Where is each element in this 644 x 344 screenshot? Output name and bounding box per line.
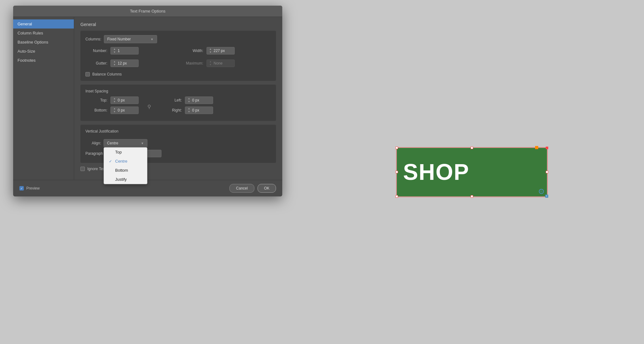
ignore-text-wrap-checkbox[interactable] (80, 167, 85, 171)
sidebar: General Column Rules Baseline Options Au… (13, 17, 74, 180)
spinner-down-icon[interactable]: ▼ (113, 51, 116, 54)
width-row: Width: ▲ ▼ 227 px (181, 47, 271, 55)
sidebar-item-baseline-options[interactable]: Baseline Options (13, 38, 74, 47)
spinner-down-icon[interactable]: ▼ (113, 100, 116, 103)
maximum-spinner[interactable]: ▲ ▼ (209, 60, 212, 66)
align-label: Align: (85, 141, 101, 145)
gutter-input[interactable]: ▲ ▼ 12 px (110, 60, 139, 67)
width-input[interactable]: ▲ ▼ 227 px (207, 47, 235, 55)
left-spinner[interactable]: ▲ ▼ (187, 97, 191, 103)
columns-grid: Number: ▲ ▼ 1 Width: (85, 47, 271, 70)
sidebar-item-footnotes[interactable]: Footnotes (13, 56, 74, 65)
spinner-up-icon[interactable]: ▲ (209, 48, 212, 51)
preview-label: Preview (26, 186, 40, 190)
width-value: 227 px (214, 49, 233, 53)
shop-text-frame[interactable]: SHOP + ⊙ (397, 148, 547, 196)
spinner-up-icon[interactable]: ▲ (113, 97, 116, 100)
inset-spacing-grid: Top: ▲ ▼ 0 px Bottom: (85, 96, 271, 117)
gutter-label: Gutter: (85, 61, 107, 65)
gutter-spinner[interactable]: ▲ ▼ (113, 60, 116, 66)
chevron-down-icon: ▼ (151, 38, 154, 41)
spinner-down-icon[interactable]: ▼ (113, 110, 116, 113)
dialog-titlebar: Text Frame Options (13, 6, 282, 17)
spinner-up-icon[interactable]: ▲ (209, 60, 212, 63)
spinner-down-icon[interactable]: ▼ (187, 110, 191, 113)
handle-top-left[interactable] (396, 147, 398, 149)
balance-columns-checkbox[interactable] (85, 72, 90, 76)
main-content: General Columns: Fixed Number ▼ Number: (74, 17, 282, 180)
spinner-up-icon[interactable]: ▲ (113, 107, 116, 110)
dialog-footer: ✓ Preview Cancel OK (13, 180, 282, 196)
spinner-up-icon[interactable]: ▲ (187, 107, 191, 110)
inset-bottom-label: Bottom: (85, 108, 107, 112)
align-value: Centre (107, 141, 118, 145)
balance-columns-label: Balance Columns (92, 72, 122, 76)
link-icon[interactable]: ⚲ (145, 104, 154, 110)
spinner-up-icon[interactable]: ▲ (113, 48, 116, 51)
sidebar-item-auto-size[interactable]: Auto-Size (13, 47, 74, 56)
spinner-up-icon[interactable]: ▲ (187, 97, 191, 100)
inset-top-input[interactable]: ▲ ▼ 0 px (110, 96, 139, 104)
spinner-down-icon[interactable]: ▼ (113, 63, 116, 66)
shop-text: SHOP (403, 159, 469, 185)
handle-mid-left[interactable] (396, 171, 398, 173)
handle-bottom-left[interactable] (396, 195, 398, 198)
inset-right-input[interactable]: ▲ ▼ 0 px (185, 107, 213, 114)
gutter-row: Gutter: ▲ ▼ 12 px (85, 60, 175, 67)
inset-bottom-input[interactable]: ▲ ▼ 0 px (110, 107, 139, 114)
vj-content: Align: Centre ▼ Top (85, 137, 271, 159)
dropdown-item-centre[interactable]: ✓ Centre (104, 157, 147, 166)
dropdown-item-top-label: Top (115, 150, 122, 154)
orange-handle (535, 146, 538, 149)
spinner-down-icon[interactable]: ▼ (187, 100, 191, 103)
sidebar-item-general[interactable]: General (13, 19, 74, 29)
handle-bottom-center[interactable] (471, 195, 473, 198)
dropdown-item-top[interactable]: Top (104, 148, 147, 157)
cancel-button[interactable]: Cancel (229, 184, 254, 193)
spinner-down-icon[interactable]: ▼ (209, 63, 212, 66)
handle-top-center[interactable] (471, 147, 473, 149)
add-button[interactable]: + (545, 195, 548, 198)
width-spinner[interactable]: ▲ ▼ (209, 48, 212, 54)
width-label: Width: (181, 49, 203, 53)
columns-type-row: Columns: Fixed Number ▼ (85, 35, 271, 43)
sidebar-item-column-rules[interactable]: Column Rules (13, 29, 74, 38)
columns-type-select[interactable]: Fixed Number ▼ (104, 35, 157, 43)
inset-left-label: Left: (160, 98, 182, 102)
align-dropdown-menu: Top ✓ Centre Bottom (104, 147, 147, 184)
ok-button[interactable]: OK (258, 184, 276, 193)
maximum-input[interactable]: ▲ ▼ None (207, 60, 235, 67)
spinner-down-icon[interactable]: ▼ (209, 51, 212, 54)
canvas-area: SHOP + ⊙ (300, 0, 644, 344)
align-select[interactable]: Centre ▼ (104, 139, 147, 147)
dropdown-item-justify[interactable]: Justify (104, 175, 147, 184)
bottom-spinner[interactable]: ▲ ▼ (113, 107, 116, 113)
preview-checkbox[interactable]: ✓ (19, 186, 24, 190)
right-spinner[interactable]: ▲ ▼ (187, 107, 191, 113)
spinner-up-icon[interactable]: ▲ (113, 60, 116, 63)
handle-top-right[interactable] (546, 147, 548, 149)
handle-mid-right[interactable] (546, 171, 548, 173)
top-spinner[interactable]: ▲ ▼ (113, 97, 116, 103)
overflow-icon[interactable]: ⊙ (539, 189, 544, 194)
inset-right-label: Right: (160, 108, 182, 112)
text-frame-options-dialog: Text Frame Options General Column Rules … (13, 6, 282, 196)
dropdown-item-bottom[interactable]: Bottom (104, 166, 147, 175)
inset-bottom-row: Bottom: ▲ ▼ 0 px (85, 107, 139, 114)
maximum-row: Maximum: ▲ ▼ None (181, 60, 271, 67)
inset-left-input[interactable]: ▲ ▼ 0 px (185, 96, 213, 104)
inset-spacing-panel: Inset Spacing Top: ▲ ▼ 0 px (80, 85, 276, 121)
columns-panel: Columns: Fixed Number ▼ Number: ▲ ▼ (80, 31, 276, 81)
maximum-label: Maximum: (181, 61, 203, 65)
link-icon-wrapper: ⚲ (145, 96, 154, 115)
inset-top-value: 0 px (118, 98, 136, 102)
inset-left-value: 0 px (192, 98, 211, 102)
shop-frame-wrapper: SHOP + ⊙ (397, 148, 547, 196)
vertical-justification-panel: Vertical Justification Align: Centre ▼ (80, 125, 276, 163)
section-title: General (80, 22, 276, 27)
number-input[interactable]: ▲ ▼ 1 (110, 47, 139, 55)
number-spinner[interactable]: ▲ ▼ (113, 48, 116, 54)
inset-top-row: Top: ▲ ▼ 0 px (85, 96, 139, 104)
preview-section: ✓ Preview (19, 186, 226, 190)
dropdown-item-centre-label: Centre (115, 159, 127, 164)
